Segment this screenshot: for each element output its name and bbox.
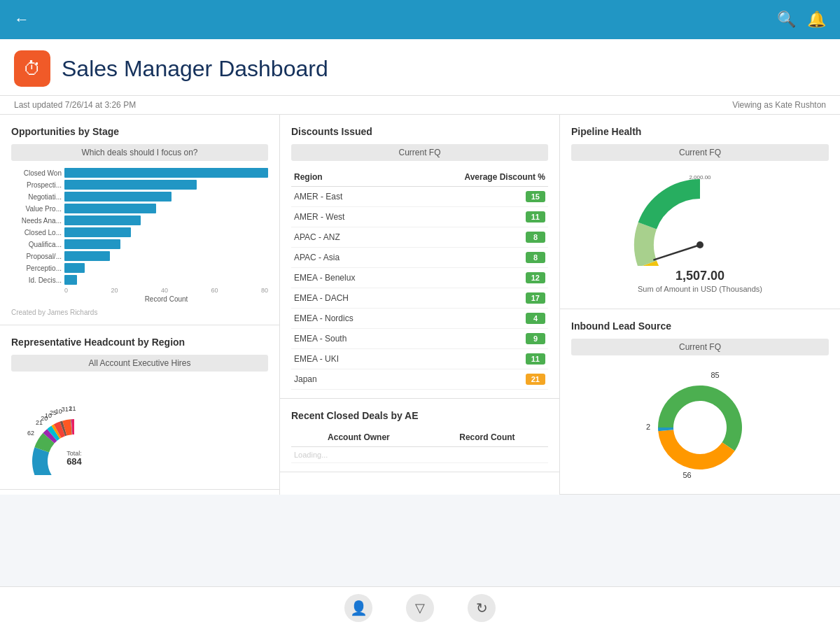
bar-fill <box>64 251 110 261</box>
table-row: EMEA - UKI11 <box>291 349 548 369</box>
search-icon[interactable]: 🔍 <box>777 10 796 29</box>
table-row: Japan21 <box>291 369 548 390</box>
svg-text:62: 62 <box>27 430 34 437</box>
discount-badge: 8 <box>526 252 545 263</box>
col-region: Region <box>291 168 403 187</box>
discount-badge: 12 <box>526 272 545 283</box>
discount-badge: 17 <box>526 292 545 304</box>
discount-cell: 15 <box>403 187 548 207</box>
pipeline-gauge: 0.00600.001,000.002,000.00 <box>623 175 777 266</box>
left-column: Opportunities by Stage Which deals shoul… <box>0 115 280 495</box>
svg-text:85: 85 <box>711 371 720 379</box>
discount-badge: 8 <box>526 232 545 243</box>
right-column: Pipeline Health Current FQ 0.00600.001,0… <box>560 115 840 495</box>
discount-badge: 21 <box>526 374 545 385</box>
bar-track <box>64 204 268 213</box>
svg-text:684: 684 <box>66 456 82 467</box>
svg-text:31: 31 <box>62 406 69 413</box>
discount-badge: 11 <box>526 353 545 365</box>
headcount-widget: Representative Headcount by Region All A… <box>0 325 279 490</box>
svg-point-13 <box>696 241 704 248</box>
discount-cell: 9 <box>403 329 548 349</box>
col-discount: Average Discount % <box>403 168 548 187</box>
opportunities-widget: Opportunities by Stage Which deals shoul… <box>0 115 279 325</box>
bar-fill <box>64 227 131 237</box>
bar-track <box>64 180 268 190</box>
inbound-subtitle: Current FQ <box>571 339 829 355</box>
bar-track <box>64 275 268 285</box>
bar-label: Closed Won <box>11 169 62 177</box>
bar-track <box>64 251 268 261</box>
recent-deals-title: Recent Closed Deals by AE <box>291 410 548 421</box>
region-cell: Japan <box>291 369 403 390</box>
bar-row: Value Pro... <box>11 204 268 213</box>
back-icon[interactable]: ← <box>14 10 29 29</box>
bar-fill <box>64 275 77 285</box>
dashboard-icon: ⏱ <box>14 50 50 87</box>
table-row: EMEA - Nordics4 <box>291 309 548 329</box>
bar-label: Negotiati... <box>11 193 62 201</box>
discounts-title: Discounts Issued <box>291 126 548 137</box>
bar-axis: 020406080 <box>64 287 268 294</box>
bar-row: Qualifica... <box>11 239 268 249</box>
last-updated: Last updated 7/26/14 at 3:26 PM <box>14 100 136 110</box>
page-title: Sales Manager Dashboard <box>62 56 328 82</box>
discount-cell: 17 <box>403 288 548 309</box>
table-row: EMEA - Benelux12 <box>291 268 548 288</box>
table-row: APAC - Asia8 <box>291 248 548 268</box>
bar-row: Id. Decis... <box>11 275 268 285</box>
discount-badge: 4 <box>526 313 545 324</box>
discounts-table: Region Average Discount % AMER - East15A… <box>291 168 548 390</box>
table-row: AMER - East15 <box>291 187 548 207</box>
bar-fill <box>64 168 268 178</box>
table-row: AMER - West11 <box>291 207 548 227</box>
bar-fill <box>64 239 120 249</box>
bar-fill <box>64 180 197 190</box>
table-row: EMEA - South9 <box>291 329 548 349</box>
region-cell: EMEA - UKI <box>291 349 403 369</box>
region-cell: AMER - West <box>291 207 403 227</box>
discount-badge: 11 <box>526 211 545 222</box>
dashboard-grid: Opportunities by Stage Which deals shoul… <box>0 115 840 495</box>
bar-axis-label: Record Count <box>64 295 268 303</box>
svg-text:56: 56 <box>682 471 691 479</box>
bar-label: Qualifica... <box>11 241 62 248</box>
svg-line-12 <box>653 245 700 260</box>
bar-label: Needs Ana... <box>11 217 62 225</box>
headcount-subtitle: All Account Executive Hires <box>11 355 268 372</box>
donut-container: 29662212010251031211Total:684 <box>11 379 268 481</box>
bar-label: Prospecti... <box>11 181 62 189</box>
headcount-title: Representative Headcount by Region <box>11 337 268 348</box>
bar-chart: Closed WonProspecti...Negotiati...Value … <box>11 168 268 303</box>
bar-row: Needs Ana... <box>11 215 268 225</box>
region-cell: APAC - Asia <box>291 248 403 268</box>
region-cell: APAC - ANZ <box>291 227 403 248</box>
discount-cell: 21 <box>403 369 548 390</box>
bar-track <box>64 227 268 237</box>
bar-track <box>64 215 268 225</box>
discounts-subtitle: Current FQ <box>291 144 548 161</box>
region-cell: AMER - East <box>291 187 403 207</box>
bar-fill <box>64 215 141 225</box>
svg-text:11: 11 <box>69 405 76 412</box>
inbound-widget: Inbound Lead Source Current FQ 85562 <box>560 309 840 495</box>
pipeline-widget: Pipeline Health Current FQ 0.00600.001,0… <box>560 115 840 309</box>
bar-row: Proposal/... <box>11 251 268 261</box>
discount-cell: 12 <box>403 268 548 288</box>
pipeline-value: 1,507.00 <box>676 269 724 283</box>
meta-bar: Last updated 7/26/14 at 3:26 PM Viewing … <box>0 96 840 115</box>
bar-label: Id. Decis... <box>11 276 62 284</box>
bar-track <box>64 263 268 273</box>
pipeline-label: Sum of Amount in USD (Thousands) <box>638 285 762 293</box>
bell-icon[interactable]: 🔔 <box>807 10 826 29</box>
pipeline-title: Pipeline Health <box>571 126 829 137</box>
discount-cell: 11 <box>403 207 548 227</box>
discount-cell: 4 <box>403 309 548 329</box>
discount-cell: 8 <box>403 227 548 248</box>
recent-deals-widget: Recent Closed Deals by AE Account Owner … <box>280 399 559 472</box>
opportunities-subtitle: Which deals should I focus on? <box>11 144 268 161</box>
discount-cell: 8 <box>403 248 548 268</box>
region-cell: EMEA - Nordics <box>291 309 403 329</box>
bar-label: Proposal/... <box>11 253 62 260</box>
discount-badge: 15 <box>526 191 545 202</box>
